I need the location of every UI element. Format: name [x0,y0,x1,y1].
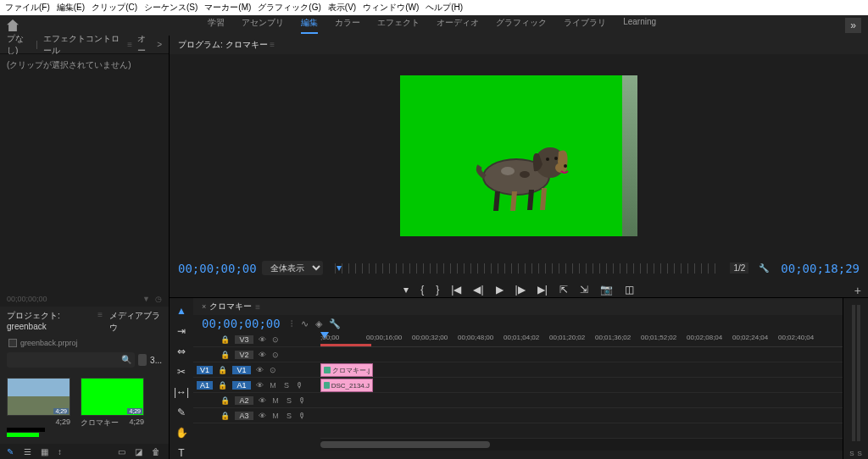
clip-dsc[interactable]: DSC_2134.J [320,379,373,392]
fit-select[interactable]: 全体表示 [262,261,323,275]
program-preview[interactable] [170,54,868,257]
effects-panel-tabs: プなし) | エフェクトコントロール ≡ オー > [0,36,169,54]
lift-icon[interactable]: ⇱ [559,284,568,296]
program-timecode[interactable]: 00;00;00;00 [178,262,257,275]
menu-item[interactable]: グラフィック(G) [258,2,320,14]
menu-item[interactable]: ウィンドウ(W) [363,2,419,14]
svg-point-5 [546,158,549,161]
media-browser-tab[interactable]: メディアブラウ [109,310,162,334]
program-panel-title: プログラム: クロマキー ≡ [170,36,868,54]
menu-item[interactable]: クリップ(C) [92,2,137,14]
workspace-tab[interactable]: 学習 [208,17,225,34]
folder-icon[interactable] [138,354,147,366]
ripple-edit-icon[interactable]: ⇔ [177,346,186,357]
menu-item[interactable]: 表示(V) [328,2,356,14]
track-select-icon[interactable]: ⇥ [177,325,186,337]
timeline-scrollbar[interactable] [320,439,843,451]
overflow-icon[interactable]: » [845,18,861,33]
go-to-in-icon[interactable]: |◀ [451,284,461,296]
selection-tool-icon[interactable]: ▲ [176,305,186,317]
workspace-tab[interactable]: カラー [335,17,360,34]
step-back-icon[interactable]: ◀| [473,284,483,296]
eye-icon: 👁 [259,335,266,344]
resolution-select[interactable]: 1/2 [730,263,748,274]
compare-icon[interactable]: ◫ [625,284,634,296]
settings-icon[interactable]: 🔧 [759,263,769,273]
track-content[interactable]: ;00;0000;00;16;0000;00;32;0000;00;48;000… [320,332,843,459]
linked-selection-icon[interactable]: ∿ [301,318,309,329]
clip-chromakey[interactable]: クロマキー.j [320,363,373,377]
lock-icon: 🔒 [218,366,227,374]
fx-badge-icon [324,367,331,373]
play-icon[interactable]: ▶ [496,284,504,296]
funnel-icon[interactable]: ▼ [142,295,150,303]
workspace-tab[interactable]: オーディオ [437,17,479,34]
new-bin-icon[interactable]: ▭ [118,447,128,457]
panel-menu-icon[interactable]: ≡ [127,40,132,49]
audio-track-header[interactable]: A1🔒A1👁MS🎙 [193,378,320,393]
project-search-input[interactable] [7,352,135,368]
menu-item[interactable]: 編集(E) [57,2,85,14]
razor-tool-icon[interactable]: ✂ [177,366,186,378]
hand-tool-icon[interactable]: ✋ [175,427,188,439]
audio-track-header[interactable]: 🔒A2👁MS🎙 [193,393,320,408]
video-track-header[interactable]: 🔒V2👁⊙ [193,347,320,362]
lock-icon: 🔒 [220,351,230,359]
menu-item[interactable]: ファイル(F) [5,2,50,14]
playhead-icon[interactable]: ▾ [337,262,342,274]
marker-icon[interactable]: ◈ [315,318,322,329]
out-point-icon[interactable]: } [436,284,439,296]
eye-icon: 👁 [259,412,266,420]
export-frame-icon[interactable]: 📷 [600,284,613,296]
workspace-tab[interactable]: グラフィック [496,17,547,34]
source-tab[interactable]: プなし) [7,33,31,57]
trash-icon[interactable]: 🗑 [152,447,162,457]
icon-view-icon[interactable]: ▦ [41,447,51,457]
home-icon[interactable] [7,19,19,31]
pen-tool-icon[interactable]: ✎ [177,406,186,418]
workspace-tab[interactable]: アセンブリ [242,17,284,34]
fx-badge-icon [324,382,330,389]
slip-tool-icon[interactable]: |↔| [174,386,189,398]
video-track-header[interactable]: V1🔒V1👁⊙ [193,362,320,378]
program-ruler[interactable]: ▾ [335,263,719,274]
sort-icon[interactable]: ↕ [58,447,68,457]
workspace-tab[interactable]: Learning [623,17,656,34]
button-editor-icon[interactable]: + [854,284,861,297]
timeline-options: ⸽ ∿ ◈ 🔧 [289,318,341,329]
panel-overflow-icon[interactable]: > [157,40,162,49]
list-view-icon[interactable]: ☰ [24,447,34,457]
menu-item[interactable]: ヘルプ(H) [426,2,463,14]
menu-item[interactable]: マーカー(M) [204,2,251,14]
menu-item[interactable]: シーケンス(S) [144,2,198,14]
new-item-icon[interactable]: ◪ [135,447,145,457]
audio-tab-short[interactable]: オー [137,33,152,57]
settings-wrench-icon[interactable]: 🔧 [329,318,341,329]
timeline-ruler[interactable]: ;00;0000;00;16;0000;00;32;0000;00;48;000… [320,332,843,347]
sequence-tab[interactable]: × クロマキー ≡ [193,298,843,315]
project-thumb[interactable]: 4;29クロマキー4;29 [81,378,144,437]
close-tab-icon[interactable]: × [202,302,206,311]
go-to-out-icon[interactable]: ▶| [537,284,548,296]
workspace-tab[interactable]: 編集 [301,17,318,34]
audio-track-header[interactable]: 🔒A3👁MS🎙 [193,408,320,423]
work-area-bar[interactable] [320,344,371,346]
freeform-icon[interactable]: ✎ [7,447,17,457]
workspace-tab[interactable]: エフェクト [377,17,420,34]
track-headers: 🔒V3👁⊙🔒V2👁⊙V1🔒V1👁⊙A1🔒A1👁MS🎙🔒A2👁MS🎙🔒A3👁MS🎙 [193,332,320,459]
svg-point-7 [501,167,515,175]
project-thumb[interactable]: 4;294;29 [7,378,70,437]
effect-controls-tab[interactable]: エフェクトコントロール [43,33,122,57]
sequence-name: クロマキー [209,301,252,312]
workspace-tab[interactable]: ライブラリ [564,17,606,34]
type-tool-icon[interactable]: T [178,447,184,459]
snap-icon[interactable]: ⸽ [289,318,294,329]
in-point-icon[interactable]: { [420,284,424,296]
step-forward-icon[interactable]: |▶ [515,284,526,296]
project-tab[interactable]: プロジェクト: greenback [7,310,91,334]
timeline-timecode[interactable]: 00;00;00;00 [202,317,281,330]
stopwatch-icon[interactable]: ◷ [155,295,162,303]
video-track-header[interactable]: 🔒V3👁⊙ [193,332,320,347]
marker-add-icon[interactable]: ▾ [403,284,409,296]
extract-icon[interactable]: ⇲ [580,284,588,296]
